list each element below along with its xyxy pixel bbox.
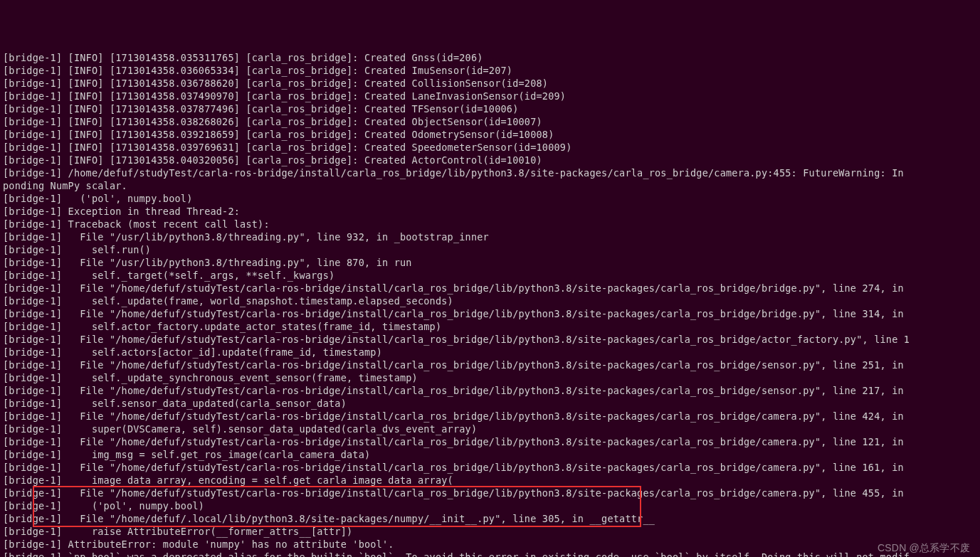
terminal-line: [bridge-1] File "/home/defuf/studyTest/c…: [3, 333, 977, 346]
terminal-line: [bridge-1] self.run(): [3, 243, 977, 256]
terminal-line: [bridge-1] File "/home/defuf/studyTest/c…: [3, 307, 977, 320]
terminal-line: [bridge-1] [INFO] [1713014358.036788620]…: [3, 77, 977, 90]
terminal-line: [bridge-1] File "/home/defuf/studyTest/c…: [3, 359, 977, 371]
terminal-line: [bridge-1] self._update_synchronous_even…: [3, 371, 977, 384]
terminal-line: [bridge-1] [INFO] [1713014358.035311765]…: [3, 51, 977, 64]
terminal-line: [bridge-1] self.actor_factory.update_act…: [3, 320, 977, 333]
terminal-line: [bridge-1] File "/home/defuf/studyTest/c…: [3, 282, 977, 295]
terminal-line: [bridge-1] img_msg = self.get_ros_image(…: [3, 448, 977, 461]
terminal-line: [bridge-1] super(DVSCamera, self).sensor…: [3, 423, 977, 435]
terminal-line: [bridge-1] [INFO] [1713014358.040320056]…: [3, 154, 977, 166]
terminal-line: [bridge-1] File "/home/defuf/studyTest/c…: [3, 384, 977, 397]
terminal-line: [bridge-1] File "/home/defuf/studyTest/c…: [3, 410, 977, 423]
terminal-line: [bridge-1] /home/defuf/studyTest/carla-r…: [3, 166, 977, 179]
terminal-line: [bridge-1] [INFO] [1713014358.039218659]…: [3, 128, 977, 141]
terminal-line: [bridge-1] `np.bool` was a deprecated al…: [3, 551, 977, 557]
terminal-line: [bridge-1] File "/usr/lib/python3.8/thre…: [3, 256, 977, 269]
terminal-line: [bridge-1] self._target(*self._args, **s…: [3, 269, 977, 282]
terminal-line: [bridge-1] [INFO] [1713014358.039769631]…: [3, 141, 977, 154]
terminal-line: [bridge-1] self.actors[actor_id].update(…: [3, 346, 977, 359]
terminal-line: [bridge-1] ('pol', numpy.bool): [3, 499, 977, 512]
terminal-line: [bridge-1] self.sensor_data_updated(carl…: [3, 397, 977, 410]
terminal-line: [bridge-1] [INFO] [1713014358.037877496]…: [3, 102, 977, 115]
terminal-line: [bridge-1] [INFO] [1713014358.038268026]…: [3, 115, 977, 128]
terminal-line: [bridge-1] AttributeError: module 'numpy…: [3, 538, 977, 551]
terminal-line: [bridge-1] File "/usr/lib/python3.8/thre…: [3, 230, 977, 243]
terminal-line: ponding NumPy scalar.: [3, 179, 977, 192]
terminal-line: [bridge-1] raise AttributeError(__former…: [3, 525, 977, 538]
terminal-line: [bridge-1] File "/home/defuf/.local/lib/…: [3, 512, 977, 525]
terminal-line: [bridge-1] File "/home/defuf/studyTest/c…: [3, 435, 977, 448]
terminal-line: [bridge-1] Exception in thread Thread-2:: [3, 205, 977, 218]
terminal-line: [bridge-1] Traceback (most recent call l…: [3, 218, 977, 230]
terminal-output[interactable]: [bridge-1] [INFO] [1713014358.035311765]…: [3, 51, 977, 557]
terminal-line: [bridge-1] ('pol', numpy.bool): [3, 192, 977, 205]
terminal-line: [bridge-1] File "/home/defuf/studyTest/c…: [3, 461, 977, 474]
terminal-line: [bridge-1] [INFO] [1713014358.036065334]…: [3, 64, 977, 77]
terminal-line: [bridge-1] image_data_array, encoding = …: [3, 474, 977, 487]
terminal-line: [bridge-1] self._update(frame, world_sna…: [3, 295, 977, 307]
terminal-line: [bridge-1] [INFO] [1713014358.037490970]…: [3, 90, 977, 102]
terminal-line: [bridge-1] File "/home/defuf/studyTest/c…: [3, 487, 977, 499]
